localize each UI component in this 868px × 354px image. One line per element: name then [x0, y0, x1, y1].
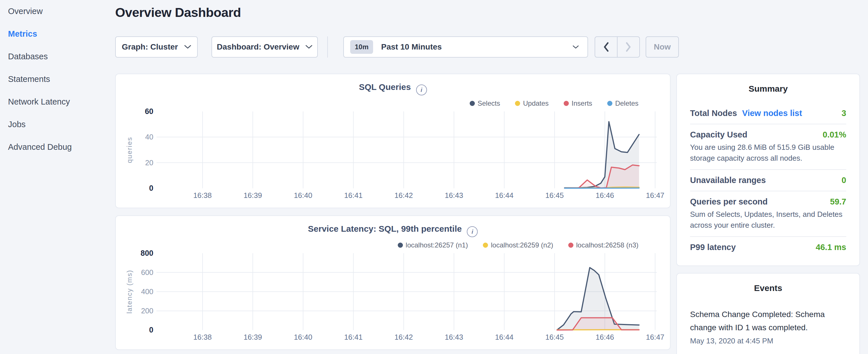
sidebar-item-databases[interactable]: Databases [8, 45, 105, 68]
chart-title-row: Service Latency: SQL, 99th percentilei [116, 224, 670, 237]
svg-text:20: 20 [145, 159, 154, 167]
svg-text:16:45: 16:45 [545, 333, 564, 341]
summary-row: Capacity Used0.01%You are using 28.6 MiB… [690, 130, 846, 164]
time-range-badge: 10m [350, 40, 373, 54]
svg-text:40: 40 [145, 133, 154, 141]
legend-dot-icon [568, 243, 574, 248]
legend-item-updates[interactable]: Updates [515, 99, 549, 107]
divider [690, 124, 846, 124]
svg-text:400: 400 [141, 288, 153, 296]
summary-row-description: Sum of Selects, Updates, Inserts, and De… [690, 209, 846, 231]
time-range-label: Past 10 Minutes [381, 42, 442, 52]
legend-label: Selects [478, 99, 500, 107]
event-text: Schema Change Completed: Schema change w… [690, 308, 839, 334]
summary-row: Total NodesView nodes list3 [690, 108, 846, 118]
legend-dot-icon [564, 101, 569, 106]
svg-text:16:38: 16:38 [193, 333, 212, 341]
time-range-dropdown[interactable]: 10m Past 10 Minutes [343, 36, 588, 58]
time-step-buttons [595, 36, 640, 58]
svg-text:16:39: 16:39 [244, 333, 262, 341]
summary-row-label: Capacity Used [690, 130, 747, 139]
legend-dot-icon [398, 243, 403, 248]
legend-label: Updates [523, 99, 549, 107]
summary-row-description: You are using 28.6 MiB of 515.9 GiB usab… [690, 142, 846, 164]
info-icon[interactable]: i [467, 226, 478, 237]
legend-dot-icon [607, 101, 612, 106]
svg-text:200: 200 [141, 307, 153, 315]
dashboard-dropdown[interactable]: Dashboard: Overview [212, 36, 318, 58]
svg-text:16:39: 16:39 [244, 191, 262, 199]
summary-row-line: Unavailable ranges0 [690, 175, 846, 185]
time-prev-button[interactable] [595, 37, 617, 57]
svg-text:600: 600 [141, 268, 153, 277]
graph-dropdown[interactable]: Graph: Cluster [115, 36, 198, 58]
legend-item-localhost-26259-n2-[interactable]: localhost:26259 (n2) [483, 241, 553, 249]
chevron-right-icon [626, 42, 631, 52]
main-content: Overview Dashboard Graph: Cluster Dashbo… [115, 0, 671, 354]
events-list: Schema Change Completed: Schema change w… [690, 308, 846, 345]
summary-row-line: Capacity Used0.01% [690, 130, 846, 139]
svg-text:16:40: 16:40 [294, 191, 312, 199]
app-root: OverviewMetricsDatabasesStatementsNetwor… [0, 0, 868, 354]
sidebar-item-overview[interactable]: Overview [8, 0, 105, 23]
svg-text:60: 60 [145, 107, 153, 116]
event-timestamp: May 13, 2020 at 4:45 PM [690, 336, 846, 345]
controls-row: Graph: Cluster Dashboard: Overview 10m P… [115, 36, 679, 58]
sidebar-item-jobs[interactable]: Jobs [8, 113, 105, 136]
graph-dropdown-label: Graph: Cluster [122, 42, 178, 52]
svg-text:16:40: 16:40 [294, 333, 312, 341]
summary-row: Unavailable ranges0 [690, 175, 846, 185]
divider [690, 191, 846, 191]
svg-text:0: 0 [149, 326, 153, 334]
summary-row-line: P99 latency46.1 ms [690, 243, 846, 252]
legend-item-selects[interactable]: Selects [470, 99, 500, 107]
svg-text:0: 0 [149, 184, 153, 193]
svg-text:16:42: 16:42 [394, 191, 413, 199]
legend-label: localhost:26259 (n2) [491, 241, 553, 249]
legend-item-inserts[interactable]: Inserts [564, 99, 592, 107]
chevron-down-icon [572, 45, 579, 49]
now-button[interactable]: Now [646, 36, 679, 58]
chevron-down-icon [184, 45, 191, 49]
summary-row-value: 59.7 [830, 197, 846, 206]
chart-title: SQL Queries [359, 82, 411, 92]
legend-dot-icon [470, 101, 475, 106]
legend-item-deletes[interactable]: Deletes [607, 99, 639, 107]
summary-row-value: 46.1 ms [816, 243, 846, 252]
time-next-button[interactable] [617, 37, 639, 57]
summary-row-value: 0.01% [823, 130, 846, 139]
sidebar-item-network-latency[interactable]: Network Latency [8, 91, 105, 113]
svg-text:16:47: 16:47 [646, 333, 664, 341]
sidebar-item-statements[interactable]: Statements [8, 68, 105, 91]
info-icon[interactable]: i [416, 85, 427, 95]
view-nodes-link[interactable]: View nodes list [742, 108, 802, 118]
summary-row-line: Total NodesView nodes list3 [690, 108, 846, 118]
svg-text:16:46: 16:46 [595, 333, 614, 341]
svg-text:16:44: 16:44 [495, 191, 513, 199]
legend-item-localhost-26258-n3-[interactable]: localhost:26258 (n3) [568, 241, 639, 249]
svg-text:16:47: 16:47 [646, 191, 664, 199]
svg-text:16:41: 16:41 [344, 333, 363, 341]
summary-row-label: P99 latency [690, 243, 736, 252]
sidebar-item-advanced-debug[interactable]: Advanced Debug [8, 136, 105, 158]
sidebar: OverviewMetricsDatabasesStatementsNetwor… [8, 0, 105, 158]
sidebar-item-metrics[interactable]: Metrics [8, 23, 105, 45]
chart-title-row: SQL Queriesi [116, 82, 670, 95]
page-title: Overview Dashboard [115, 5, 241, 20]
chevron-down-icon [306, 45, 312, 49]
legend-label: Inserts [572, 99, 592, 107]
summary-row-label: Unavailable ranges [690, 175, 766, 185]
svg-text:16:41: 16:41 [344, 191, 363, 199]
svg-text:16:43: 16:43 [445, 333, 463, 341]
summary-row: P99 latency46.1 ms [690, 243, 846, 252]
divider [327, 36, 328, 58]
chart-legend: localhost:26257 (n1)localhost:26259 (n2)… [398, 241, 639, 249]
dashboard-dropdown-label: Dashboard: Overview [217, 42, 300, 52]
svg-text:16:46: 16:46 [595, 191, 614, 199]
summary-row-label: Total Nodes [690, 108, 737, 118]
svg-text:16:44: 16:44 [495, 333, 513, 341]
summary-row-label: Queries per second [690, 197, 768, 206]
chart-title: Service Latency: SQL, 99th percentile [308, 224, 462, 233]
svg-text:800: 800 [141, 249, 154, 257]
legend-item-localhost-26257-n1-[interactable]: localhost:26257 (n1) [398, 241, 468, 249]
